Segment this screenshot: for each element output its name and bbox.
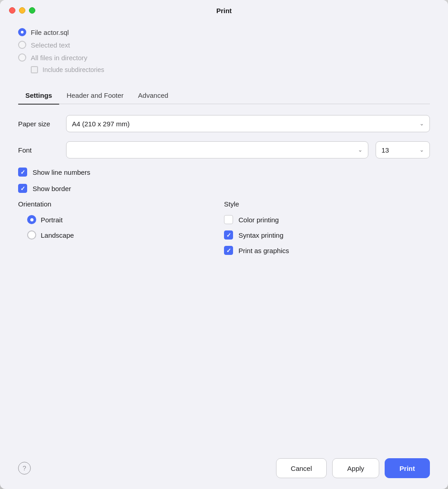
radio-portrait-label: Portrait	[41, 216, 62, 224]
help-button[interactable]: ?	[18, 462, 31, 475]
syntax-printing-label: Syntax printing	[238, 231, 283, 239]
show-line-numbers-label: Show line numbers	[33, 168, 91, 176]
show-border-checkbox[interactable]	[18, 184, 27, 193]
source-section: File actor.sql Selected text All files i…	[18, 28, 430, 78]
radio-all-files-label: All files in directory	[31, 54, 87, 62]
color-printing-checkbox[interactable]	[224, 215, 233, 224]
radio-all-files[interactable]: All files in directory	[18, 53, 430, 62]
radio-selected-text[interactable]: Selected text	[18, 41, 430, 49]
print-button[interactable]: Print	[385, 458, 430, 478]
syntax-printing-row[interactable]: Syntax printing	[224, 230, 430, 240]
settings-content: Paper size A4 (210 x 297 mm) ⌄ Font ⌄ 13…	[18, 115, 430, 261]
radio-file-input[interactable]	[18, 28, 26, 36]
color-printing-row[interactable]: Color printing	[224, 215, 430, 224]
radio-file-label: File actor.sql	[31, 29, 69, 36]
font-row: Font ⌄ 13 ⌄	[18, 141, 430, 158]
print-dialog: Print File actor.sql Selected text All f…	[0, 0, 448, 489]
show-border-label: Show border	[33, 185, 71, 192]
paper-size-chevron-icon: ⌄	[419, 120, 424, 127]
apply-button[interactable]: Apply	[332, 458, 379, 478]
orientation-col: Orientation Portrait Landscape	[18, 200, 224, 261]
font-size-select[interactable]: 13 ⌄	[376, 141, 430, 158]
bottom-bar: ? Cancel Apply Print	[0, 447, 448, 489]
close-button[interactable]	[9, 7, 15, 14]
paper-size-label: Paper size	[18, 120, 59, 128]
font-size-chevron-icon: ⌄	[419, 147, 424, 153]
radio-selected-text-label: Selected text	[31, 41, 70, 49]
maximize-button[interactable]	[29, 7, 35, 14]
tab-settings[interactable]: Settings	[18, 87, 59, 104]
orientation-title: Orientation	[18, 200, 224, 208]
syntax-printing-checkbox[interactable]	[224, 230, 233, 240]
tab-advanced[interactable]: Advanced	[131, 87, 176, 104]
font-label: Font	[18, 146, 59, 154]
radio-landscape[interactable]: Landscape	[27, 230, 224, 240]
window-title: Print	[216, 7, 232, 14]
traffic-lights	[9, 7, 35, 14]
radio-portrait-input[interactable]	[27, 215, 36, 224]
action-buttons: Cancel Apply Print	[276, 458, 430, 478]
include-subdirs-checkbox[interactable]	[31, 66, 38, 73]
minimize-button[interactable]	[19, 7, 25, 14]
font-chevron-icon: ⌄	[358, 147, 362, 153]
show-line-numbers-row[interactable]: Show line numbers	[18, 168, 430, 177]
print-as-graphics-label: Print as graphics	[238, 247, 289, 254]
font-size-value: 13	[381, 146, 389, 154]
include-subdirs-label: Include subdirectories	[43, 66, 104, 73]
paper-size-row: Paper size A4 (210 x 297 mm) ⌄	[18, 115, 430, 132]
style-col: Style Color printing Syntax printing Pri…	[224, 200, 430, 261]
radio-portrait[interactable]: Portrait	[27, 215, 224, 224]
include-subdirs-row[interactable]: Include subdirectories	[31, 66, 430, 73]
font-select[interactable]: ⌄	[66, 141, 368, 158]
cancel-button[interactable]: Cancel	[276, 458, 327, 478]
radio-landscape-input[interactable]	[27, 230, 36, 240]
content-area: File actor.sql Selected text All files i…	[0, 19, 448, 447]
style-title: Style	[224, 200, 430, 208]
print-as-graphics-row[interactable]: Print as graphics	[224, 246, 430, 255]
tab-header-footer[interactable]: Header and Footer	[59, 87, 131, 104]
radio-selected-text-input[interactable]	[18, 41, 26, 49]
color-printing-label: Color printing	[238, 216, 279, 224]
paper-size-select[interactable]: A4 (210 x 297 mm) ⌄	[66, 115, 430, 132]
show-line-numbers-checkbox[interactable]	[18, 168, 27, 177]
title-bar: Print	[0, 0, 448, 19]
show-border-row[interactable]: Show border	[18, 184, 430, 193]
radio-landscape-label: Landscape	[41, 231, 74, 239]
radio-all-files-input[interactable]	[18, 53, 26, 62]
paper-size-value: A4 (210 x 297 mm)	[72, 120, 130, 128]
print-as-graphics-checkbox[interactable]	[224, 246, 233, 255]
orientation-style-section: Orientation Portrait Landscape Style	[18, 200, 430, 261]
radio-file[interactable]: File actor.sql	[18, 28, 430, 36]
tabs-bar: Settings Header and Footer Advanced	[18, 87, 430, 104]
